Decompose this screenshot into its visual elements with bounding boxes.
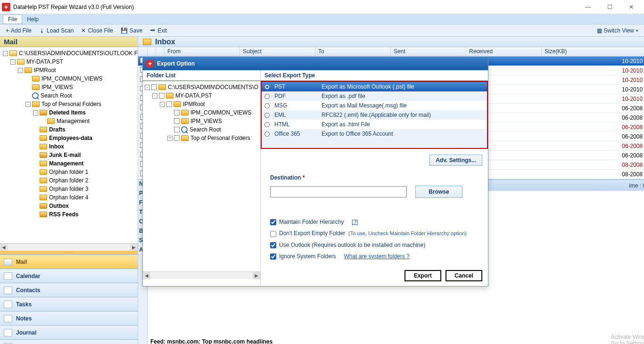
cancel-button[interactable]: Cancel bbox=[446, 270, 482, 281]
checkbox[interactable] bbox=[151, 84, 157, 90]
tree-item[interactable]: Orphan folder 3 bbox=[0, 185, 138, 193]
plus-icon: + bbox=[6, 27, 9, 34]
add-file-button[interactable]: +Add File bbox=[2, 26, 35, 35]
navcat-tasks[interactable]: Tasks bbox=[0, 297, 138, 311]
tree-scrollbar[interactable]: ◄► bbox=[0, 243, 138, 251]
expander-icon[interactable]: - bbox=[152, 93, 157, 98]
expander-icon[interactable]: - bbox=[3, 51, 8, 56]
tree-item[interactable]: Management bbox=[0, 117, 138, 125]
radio-icon[interactable] bbox=[264, 113, 270, 118]
browse-button[interactable]: Browse bbox=[415, 186, 462, 198]
navcat-notes[interactable]: Notes bbox=[0, 311, 138, 325]
export-type-eml[interactable]: EMLRFC822 (.eml) file.(Applicable only f… bbox=[262, 110, 487, 120]
tree-item[interactable]: -IPMRoot bbox=[0, 66, 138, 74]
checkbox[interactable] bbox=[166, 101, 172, 107]
dialog-tree-item[interactable]: +Top of Personal Folders bbox=[143, 134, 260, 142]
expander-icon[interactable]: - bbox=[33, 110, 38, 115]
tree-item[interactable]: Junk E-mail bbox=[0, 151, 138, 159]
tree-item[interactable]: Management bbox=[0, 159, 138, 168]
dialog-title-bar[interactable]: + Export Option bbox=[143, 57, 488, 70]
maintain-hierarchy-checkbox[interactable]: Maintain Folder Hierarchy [?] bbox=[270, 219, 482, 225]
exit-button[interactable]: ⮕Exit bbox=[146, 26, 171, 35]
empty-folder-checkbox[interactable]: Don't Export Empty Folder (To use, Unche… bbox=[270, 230, 482, 237]
tree-item[interactable]: Inbox bbox=[0, 142, 138, 151]
load-scan-button[interactable]: ⭳Load Scan bbox=[35, 26, 77, 35]
splitter-grip[interactable]: ····· bbox=[0, 251, 138, 254]
checkbox[interactable] bbox=[174, 118, 180, 124]
navcat-mail[interactable]: Mail bbox=[0, 254, 138, 269]
checkbox[interactable] bbox=[174, 127, 180, 132]
navcat-folder-list[interactable]: Folder List bbox=[0, 339, 138, 344]
radio-icon[interactable] bbox=[264, 122, 270, 127]
adv-settings-button[interactable]: Adv. Settings... bbox=[429, 155, 482, 166]
dialog-folder-panel: Folder List -C:\USERS\ADMIN\DOCUMENTS\O-… bbox=[143, 70, 261, 286]
dialog-tree-scrollbar[interactable]: ◄► bbox=[143, 271, 260, 279]
export-button[interactable]: Export bbox=[405, 270, 441, 281]
minimize-button[interactable]: — bbox=[577, 0, 599, 14]
dialog-tree-item[interactable]: -MY-DATA.PST bbox=[143, 91, 260, 100]
tree-item[interactable]: IPM_COMMON_VIEWS bbox=[0, 74, 138, 83]
help-link[interactable]: [?] bbox=[352, 219, 358, 225]
maximize-button[interactable]: ☐ bbox=[599, 0, 620, 14]
dialog-folder-tree[interactable]: -C:\USERS\ADMIN\DOCUMENTS\O-MY-DATA.PST-… bbox=[143, 81, 260, 144]
expander-icon[interactable]: - bbox=[18, 68, 23, 73]
use-outlook-checkbox[interactable]: Use Outlook (Requires outlook to be inst… bbox=[270, 242, 482, 248]
close-file-button[interactable]: ✕Close File bbox=[77, 26, 116, 35]
tree-item[interactable]: -Top of Personal Folders bbox=[0, 100, 138, 108]
dialog-tree-item[interactable]: IPM_VIEWS bbox=[143, 117, 260, 125]
dialog-tree-item[interactable]: IPM_COMMON_VIEWS bbox=[143, 108, 260, 117]
tree-item[interactable]: Search Root bbox=[0, 91, 138, 100]
export-type-pst[interactable]: PSTExport as Microsoft Outlook (.pst) fi… bbox=[262, 82, 487, 91]
radio-icon[interactable] bbox=[264, 84, 270, 90]
navcat-contacts[interactable]: Contacts bbox=[0, 283, 138, 297]
expander-icon[interactable]: + bbox=[167, 136, 173, 141]
close-button[interactable]: ✕ bbox=[620, 0, 642, 14]
radio-icon[interactable] bbox=[264, 103, 270, 108]
received-cell: 06-2008 14:21:43 bbox=[619, 143, 644, 149]
tree-item[interactable]: Employees-data bbox=[0, 134, 138, 142]
dialog-tree-item[interactable]: Search Root bbox=[143, 125, 260, 134]
export-type-office-365[interactable]: Office 365Export to Office 365 Account bbox=[262, 129, 487, 139]
tree-item[interactable]: -Deleted Items bbox=[0, 108, 138, 117]
layout-icon: ▦ bbox=[597, 27, 602, 34]
menu-help[interactable]: Help bbox=[22, 15, 43, 24]
menu-file[interactable]: File bbox=[3, 15, 22, 24]
export-type-msg[interactable]: MSGExport as Mail Message(.msg) file bbox=[262, 101, 487, 110]
expander-icon[interactable]: - bbox=[145, 85, 150, 90]
dialog-tree-item[interactable]: -IPMRoot bbox=[143, 100, 260, 108]
expander-icon[interactable]: - bbox=[10, 59, 16, 65]
export-type-html[interactable]: HTMLExport as .html File bbox=[262, 120, 487, 129]
expander-icon[interactable]: - bbox=[160, 102, 165, 107]
folder-icon bbox=[47, 118, 55, 124]
expander-icon[interactable]: - bbox=[25, 102, 31, 107]
grid-header[interactable]: From Subject To Sent Received Size(KB) bbox=[138, 47, 644, 57]
tree-item[interactable]: Drafts bbox=[0, 125, 138, 134]
tree-label: Orphan folder 4 bbox=[49, 194, 88, 201]
system-folders-link[interactable]: What are system folders ? bbox=[344, 253, 409, 260]
radio-icon[interactable] bbox=[264, 131, 270, 137]
folder-tree[interactable]: -C:\USERS\ADMIN\DOCUMENTS\OUTLOOK F-MY-D… bbox=[0, 47, 138, 243]
tree-item[interactable]: Outbox bbox=[0, 202, 138, 210]
navcat-calendar[interactable]: Calendar bbox=[0, 269, 138, 283]
ignore-system-checkbox[interactable]: Ignore System Folders What are system fo… bbox=[270, 253, 482, 260]
navcat-journal[interactable]: Journal bbox=[0, 325, 138, 339]
radio-icon[interactable] bbox=[264, 94, 270, 99]
dialog-tree-item[interactable]: -C:\USERS\ADMIN\DOCUMENTS\O bbox=[143, 83, 260, 91]
switch-view-button[interactable]: ▦Switch View ▾ bbox=[593, 26, 642, 35]
destination-input[interactable] bbox=[270, 186, 407, 197]
checkbox[interactable] bbox=[174, 135, 180, 141]
tree-item[interactable]: IPM_VIEWS bbox=[0, 83, 138, 91]
tree-item[interactable]: Orphan folder 1 bbox=[0, 168, 138, 176]
tree-item[interactable]: Orphan folder 4 bbox=[0, 193, 138, 202]
destination-label: Destination * bbox=[261, 166, 488, 183]
tree-label: Junk E-mail bbox=[49, 152, 81, 158]
tree-item[interactable]: Orphan folder 2 bbox=[0, 176, 138, 185]
tree-item[interactable]: -MY-DATA.PST bbox=[0, 57, 138, 66]
export-type-pdf[interactable]: PDFExport as .pdf file bbox=[262, 91, 487, 101]
save-button[interactable]: 💾Save bbox=[117, 26, 146, 35]
checkbox[interactable] bbox=[174, 110, 180, 115]
tree-item[interactable]: -C:\USERS\ADMIN\DOCUMENTS\OUTLOOK F bbox=[0, 49, 138, 57]
checkbox[interactable] bbox=[159, 93, 165, 98]
tree-label: MY-DATA.PST bbox=[26, 58, 63, 65]
tree-item[interactable]: RSS Feeds bbox=[0, 210, 138, 219]
